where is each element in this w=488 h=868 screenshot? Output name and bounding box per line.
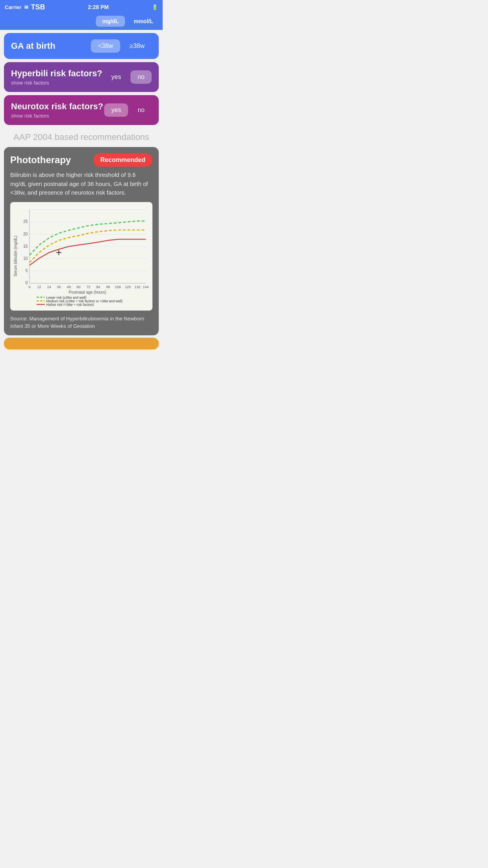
mmoll-button[interactable]: mmol/L <box>127 16 160 27</box>
ga-label: GA at birth <box>11 41 91 51</box>
wifi-icon: ≋ <box>24 4 29 10</box>
hyperbili-sublabel: show risk factors <box>11 80 104 86</box>
svg-text:15: 15 <box>23 244 28 248</box>
higher-risk-line <box>29 239 146 265</box>
svg-text:Serum bilirubin (mg/dL): Serum bilirubin (mg/dL) <box>13 235 18 276</box>
status-right: 🔋 <box>152 4 158 10</box>
svg-text:24: 24 <box>47 285 51 289</box>
svg-text:Higher risk (<38w + risk facto: Higher risk (<38w + risk factors) <box>46 303 94 306</box>
neurotox-yes-button[interactable]: yes <box>104 103 128 117</box>
svg-text:25: 25 <box>23 219 28 223</box>
aap-heading: AAP 2004 based recommendations <box>4 132 159 142</box>
photo-title: Phototherapy <box>10 154 71 166</box>
phototherapy-card: Phototherapy Recommended Bilirubin is ab… <box>4 147 159 335</box>
neurotox-label: Neurotox risk factors? <box>11 101 104 112</box>
svg-text:72: 72 <box>86 285 90 289</box>
svg-text:60: 60 <box>77 285 81 289</box>
svg-text:96: 96 <box>106 285 110 289</box>
neurotox-no-button[interactable]: no <box>130 103 152 117</box>
svg-text:36: 36 <box>57 285 61 289</box>
status-left: Carrier ≋ TSB <box>5 3 45 11</box>
svg-text:0: 0 <box>26 281 28 285</box>
bottom-peek-card <box>4 338 159 349</box>
chart-source: Source: Management of Hyperbilirubinemia… <box>10 315 152 329</box>
svg-text:48: 48 <box>67 285 71 289</box>
svg-text:144: 144 <box>143 285 149 289</box>
ga-label-group: GA at birth <box>11 41 91 51</box>
app-title-label: TSB <box>31 3 45 11</box>
hyperbili-label-group: Hyperbili risk factors? show risk factor… <box>11 68 104 86</box>
svg-text:10: 10 <box>23 256 28 260</box>
svg-text:12: 12 <box>37 285 41 289</box>
hyperbili-yes-button[interactable]: yes <box>104 70 128 84</box>
svg-text:Postnatal age (hours): Postnatal age (hours) <box>69 290 106 294</box>
photo-card-header: Phototherapy Recommended <box>10 153 152 167</box>
svg-text:132: 132 <box>134 285 140 289</box>
svg-text:0: 0 <box>28 285 30 289</box>
svg-text:5: 5 <box>26 268 28 273</box>
medium-risk-line <box>29 230 146 263</box>
neurotox-toggle-group: yes no <box>104 103 152 117</box>
neurotox-card: Neurotox risk factors? show risk factors… <box>4 95 159 125</box>
neurotox-sublabel: show risk factors <box>11 113 104 119</box>
ga-at-birth-card: GA at birth <38w ≥38w <box>4 33 159 59</box>
photo-description: Bilirubin is above the higher risk thres… <box>10 171 152 197</box>
ga-gte38-button[interactable]: ≥38w <box>123 39 152 53</box>
svg-text:108: 108 <box>115 285 121 289</box>
ga-toggle-group: <38w ≥38w <box>91 39 152 53</box>
unit-toggle-bar: mg/dL mmol/L <box>0 14 163 30</box>
battery-icon: 🔋 <box>152 4 158 10</box>
neurotox-label-group: Neurotox risk factors? show risk factors <box>11 101 104 119</box>
status-bar: Carrier ≋ TSB 2:28 PM 🔋 <box>0 0 163 14</box>
svg-text:20: 20 <box>23 232 28 236</box>
svg-text:84: 84 <box>96 285 100 289</box>
time-label: 2:28 PM <box>88 4 109 10</box>
mgdl-button[interactable]: mg/dL <box>96 16 125 27</box>
hyperbili-label: Hyperbili risk factors? <box>11 68 104 79</box>
svg-text:120: 120 <box>125 285 131 289</box>
lower-risk-line <box>29 221 146 255</box>
hyperbili-toggle-group: yes no <box>104 70 152 84</box>
hyperbili-no-button[interactable]: no <box>130 70 152 84</box>
ga-less38-button[interactable]: <38w <box>91 39 120 53</box>
bilirubin-chart: 0 5 10 15 20 25 Serum bilirubin (mg/dL) … <box>10 202 152 311</box>
chart-svg: 0 5 10 15 20 25 Serum bilirubin (mg/dL) … <box>13 206 149 306</box>
hyperbili-card: Hyperbili risk factors? show risk factor… <box>4 62 159 92</box>
recommended-badge: Recommended <box>93 153 152 167</box>
carrier-label: Carrier <box>5 4 22 10</box>
